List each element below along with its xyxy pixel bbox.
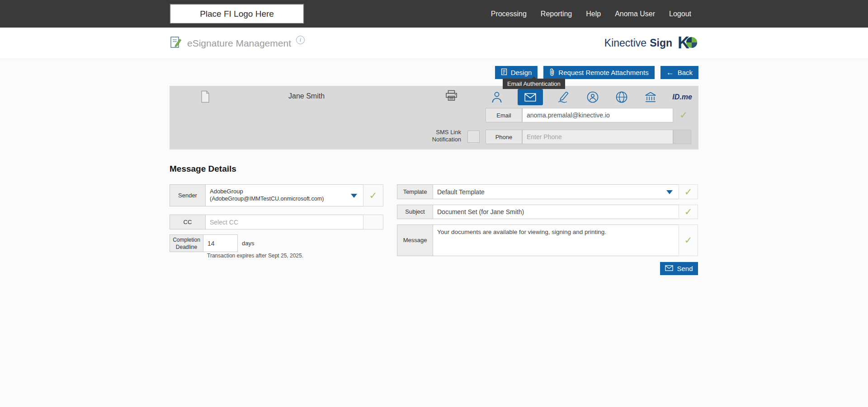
fi-logo-placeholder: Place FI Logo Here [170, 4, 304, 24]
message-textarea[interactable]: Your documents are available for viewing… [433, 225, 679, 256]
chevron-down-icon [666, 190, 673, 194]
svg-text:K: K [678, 34, 689, 51]
brand: Kinective Sign K [604, 34, 698, 52]
design-document-icon [501, 68, 507, 77]
toolbar: Design Request Remote Attachments ← Back [495, 66, 698, 79]
sender-valid-cell: ✓ [363, 184, 383, 206]
sender-value-name: AdobeGroup [210, 187, 349, 195]
back-button-label: Back [678, 69, 693, 76]
cc-label: CC [170, 215, 206, 229]
subject-valid-cell: ✓ [679, 205, 698, 219]
top-navigation-bar: Place FI Logo Here Processing Reporting … [0, 0, 868, 28]
email-input[interactable] [522, 108, 673, 122]
subject-input[interactable] [433, 205, 679, 219]
phone-label: Phone [486, 130, 522, 144]
idme-auth-icon[interactable]: ID.me [671, 88, 693, 106]
main-content: Design Request Remote Attachments ← Back… [170, 59, 698, 407]
chevron-down-icon [351, 194, 357, 198]
esignature-document-icon [170, 36, 182, 51]
kba-auth-icon[interactable] [585, 88, 601, 106]
template-label: Template [397, 184, 433, 199]
sender-label: Sender [170, 184, 206, 206]
design-button-label: Design [511, 69, 532, 76]
sender-value-email: (AdobeGroup@IMMTestCU.onmicrosoft.com) [210, 195, 349, 203]
subject-valid-check-icon: ✓ [679, 205, 698, 219]
brand-name: Kinective [604, 37, 646, 49]
app-header: eSignature Management i Kinective Sign K [0, 28, 868, 59]
back-arrow-icon: ← [666, 69, 674, 76]
email-authentication-tooltip: Email Authentication [503, 79, 565, 89]
document-icon [200, 90, 211, 105]
user-auth-icon[interactable] [489, 88, 505, 106]
completion-deadline-input[interactable] [203, 234, 238, 252]
transaction-expiry-note: Transaction expires after Sept 25, 2025. [207, 253, 303, 259]
message-valid-cell: ✓ [679, 225, 698, 256]
top-nav: Processing Reporting Help Anoma User Log… [491, 10, 691, 18]
phone-input[interactable] [522, 130, 673, 144]
subject-label: Subject [397, 205, 433, 219]
send-button[interactable]: Send [660, 262, 698, 275]
email-valid-check-icon: ✓ [676, 108, 691, 122]
nav-processing[interactable]: Processing [491, 10, 527, 18]
request-remote-attachments-button[interactable]: Request Remote Attachments [543, 66, 654, 79]
email-auth-icon[interactable] [518, 89, 543, 105]
fi-logo-text: Place FI Logo Here [200, 9, 274, 19]
nav-reporting[interactable]: Reporting [541, 10, 572, 18]
sender-dropdown[interactable]: AdobeGroup (AdobeGroup@IMMTestCU.onmicro… [205, 184, 363, 206]
nav-help[interactable]: Help [586, 10, 601, 18]
template-valid-cell: ✓ [679, 184, 698, 199]
recipient-panel: Jane Smith [170, 86, 698, 150]
info-icon[interactable]: i [296, 36, 305, 44]
message-details-heading: Message Details [170, 164, 236, 174]
sms-link-notification-label: SMS Link Notification [414, 129, 461, 143]
cc-status-cell [363, 215, 383, 229]
cc-input[interactable] [205, 215, 363, 229]
back-button[interactable]: ← Back [660, 66, 698, 79]
recipient-name: Jane Smith [288, 92, 325, 100]
kinective-logo-icon: K [678, 34, 698, 52]
send-envelope-icon [665, 265, 673, 272]
message-valid-check-icon: ✓ [679, 225, 698, 256]
nav-user-menu[interactable]: Anoma User [615, 10, 655, 18]
deadline-unit-label: days [242, 234, 254, 252]
nav-logout[interactable]: Logout [669, 10, 691, 18]
email-label: Email [486, 108, 522, 122]
send-button-label: Send [677, 265, 693, 272]
authentication-methods: ID.me [489, 88, 693, 106]
page-title: eSignature Management [187, 38, 291, 49]
printer-icon[interactable] [445, 90, 458, 103]
completion-deadline-label: Completion Deadline [170, 234, 203, 252]
paperclip-icon [549, 68, 555, 77]
signature-auth-icon[interactable] [556, 88, 572, 106]
phone-status-cell [673, 130, 691, 144]
message-label: Message [397, 225, 433, 256]
sms-link-notification-checkbox[interactable] [467, 131, 480, 143]
template-valid-check-icon: ✓ [679, 185, 698, 199]
brand-product: Sign [650, 37, 672, 49]
request-remote-attachments-label: Request Remote Attachments [558, 69, 648, 76]
sender-valid-check-icon: ✓ [363, 185, 383, 206]
template-value: Default Template [437, 188, 485, 196]
template-dropdown[interactable]: Default Template [433, 184, 679, 199]
web-auth-icon[interactable] [613, 88, 630, 106]
bank-auth-icon[interactable] [642, 88, 659, 106]
